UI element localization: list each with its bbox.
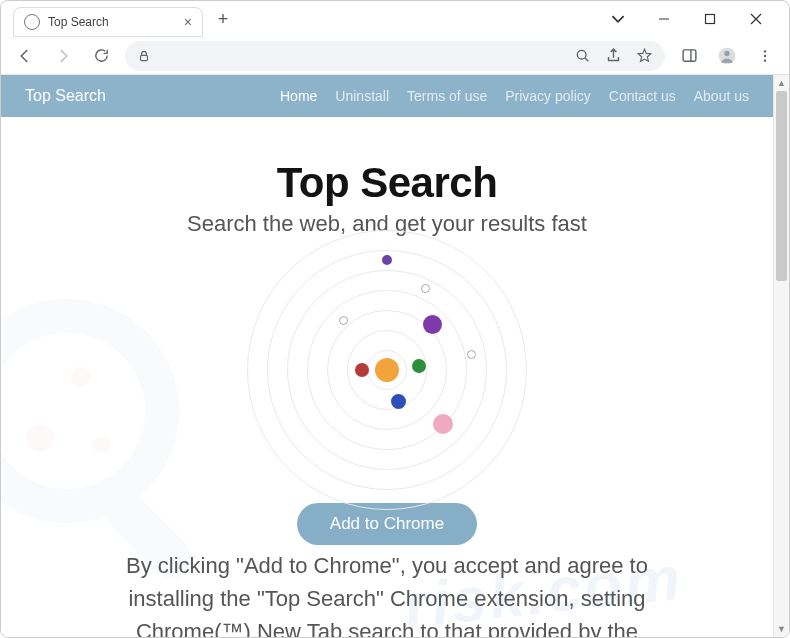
svg-point-11 bbox=[764, 59, 766, 61]
planet-icon bbox=[412, 359, 426, 373]
profile-icon[interactable] bbox=[713, 42, 741, 70]
nav-home[interactable]: Home bbox=[280, 88, 317, 104]
svg-rect-2 bbox=[141, 55, 148, 60]
scrollbar[interactable]: ▲ ▼ bbox=[773, 75, 789, 637]
svg-point-9 bbox=[764, 50, 766, 52]
search-icon[interactable] bbox=[575, 48, 591, 64]
site-brand: Top Search bbox=[25, 87, 106, 105]
browser-tab[interactable]: Top Search × bbox=[13, 7, 203, 37]
browser-toolbar bbox=[1, 37, 789, 75]
svg-line-4 bbox=[585, 58, 588, 61]
nav-uninstall[interactable]: Uninstall bbox=[335, 88, 389, 104]
planet-icon bbox=[339, 316, 348, 325]
site-navbar: Top Search Home Uninstall Terms of use P… bbox=[1, 75, 773, 117]
planet-icon bbox=[391, 394, 406, 409]
planet-icon bbox=[355, 363, 369, 377]
nav-contact[interactable]: Contact us bbox=[609, 88, 676, 104]
hero-title: Top Search bbox=[51, 159, 723, 207]
globe-icon bbox=[24, 14, 40, 30]
planet-icon bbox=[382, 255, 392, 265]
window-titlebar: Top Search × + bbox=[1, 1, 789, 37]
share-icon[interactable] bbox=[605, 47, 622, 64]
planet-icon bbox=[423, 315, 442, 334]
address-bar[interactable] bbox=[125, 41, 665, 71]
svg-rect-5 bbox=[683, 50, 696, 61]
back-button[interactable] bbox=[11, 42, 39, 70]
svg-point-8 bbox=[724, 50, 729, 55]
menu-icon[interactable] bbox=[751, 42, 779, 70]
side-panel-icon[interactable] bbox=[675, 42, 703, 70]
reload-button[interactable] bbox=[87, 42, 115, 70]
scroll-thumb[interactable] bbox=[776, 91, 787, 281]
planet-icon bbox=[375, 358, 399, 382]
scroll-down-icon[interactable]: ▼ bbox=[774, 621, 789, 637]
chevron-down-icon[interactable] bbox=[603, 4, 633, 34]
minimize-button[interactable] bbox=[649, 4, 679, 34]
svg-point-3 bbox=[577, 50, 586, 59]
lock-icon bbox=[137, 49, 151, 63]
forward-button[interactable] bbox=[49, 42, 77, 70]
nav-privacy[interactable]: Privacy policy bbox=[505, 88, 591, 104]
legal-text: By clicking "Add to Chrome", you accept … bbox=[107, 549, 667, 637]
tab-title: Top Search bbox=[48, 15, 109, 29]
close-icon[interactable]: × bbox=[184, 14, 192, 30]
scroll-up-icon[interactable]: ▲ bbox=[774, 75, 789, 91]
orbit-illustration bbox=[232, 255, 542, 485]
new-tab-button[interactable]: + bbox=[209, 5, 237, 33]
planet-icon bbox=[467, 350, 476, 359]
nav-about[interactable]: About us bbox=[694, 88, 749, 104]
star-icon[interactable] bbox=[636, 47, 653, 64]
svg-point-10 bbox=[764, 54, 766, 56]
maximize-button[interactable] bbox=[695, 4, 725, 34]
planet-icon bbox=[421, 284, 430, 293]
nav-terms[interactable]: Terms of use bbox=[407, 88, 487, 104]
svg-rect-1 bbox=[706, 15, 715, 24]
close-button[interactable] bbox=[741, 4, 771, 34]
planet-icon bbox=[433, 414, 453, 434]
page-content: Top Search Home Uninstall Terms of use P… bbox=[1, 75, 773, 637]
